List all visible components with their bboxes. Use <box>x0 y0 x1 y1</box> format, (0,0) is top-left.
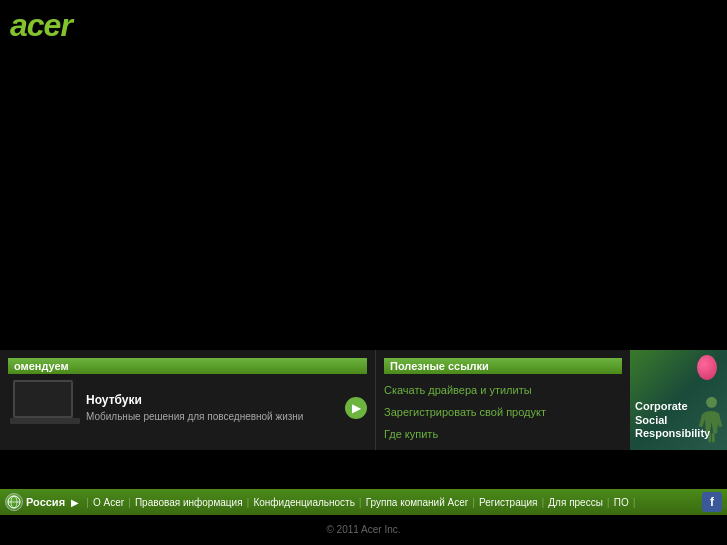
footer-link-register[interactable]: Регистрация <box>479 497 537 508</box>
link-buy[interactable]: Где купить <box>384 428 438 440</box>
main-hero-area <box>0 50 727 350</box>
footer-link-privacy[interactable]: Конфиденциальность <box>253 497 354 508</box>
footer-chevron-icon: ▶ <box>71 497 79 508</box>
links-panel-header: Полезные ссылки <box>384 358 622 374</box>
list-item[interactable]: Скачать драйвера и утилиты <box>384 380 622 398</box>
acer-logo[interactable]: acer <box>10 7 72 44</box>
footer-link-about[interactable]: О Acer <box>93 497 124 508</box>
footer-nav: Россия ▶ | О Acer | Правовая информация … <box>0 489 727 515</box>
list-item[interactable]: Зарегистрировать свой продукт <box>384 402 622 420</box>
recommended-panel: омендуем Ноутбуки Мобильные решения для … <box>0 350 375 450</box>
csr-text: Corporate Social Responsibility <box>635 400 710 440</box>
recommended-panel-header: омендуем <box>8 358 367 374</box>
link-register[interactable]: Зарегистрировать свой продукт <box>384 406 546 418</box>
bottom-section: омендуем Ноутбуки Мобильные решения для … <box>0 350 727 450</box>
laptop-image <box>8 380 78 435</box>
csr-background: Corporate Social Responsibility <box>630 350 727 450</box>
product-desc: Мобильные решения для повседневной жизни <box>86 410 337 423</box>
recommended-text: Ноутбуки Мобильные решения для повседнев… <box>86 393 337 423</box>
footer-country[interactable]: Россия <box>26 496 65 508</box>
laptop-screen <box>13 380 73 418</box>
copyright-text: © 2011 Acer Inc. <box>326 524 400 535</box>
csr-panel[interactable]: Corporate Social Responsibility <box>630 350 727 450</box>
link-drivers[interactable]: Скачать драйвера и утилиты <box>384 384 532 396</box>
header: acer <box>0 0 727 50</box>
useful-links-panel: Полезные ссылки Скачать драйвера и утили… <box>375 350 630 450</box>
facebook-icon[interactable]: f <box>702 492 722 512</box>
product-title: Ноутбуки <box>86 393 337 407</box>
list-item[interactable]: Где купить <box>384 424 622 442</box>
copyright: © 2011 Acer Inc. <box>0 519 727 537</box>
recommended-arrow[interactable]: ▶ <box>345 397 367 419</box>
links-list: Скачать драйвера и утилиты Зарегистриров… <box>384 380 622 442</box>
footer-link-press[interactable]: Для прессы <box>548 497 603 508</box>
footer-link-legal[interactable]: Правовая информация <box>135 497 243 508</box>
footer-link-group[interactable]: Группа компаний Acer <box>366 497 468 508</box>
balloon-decoration <box>697 355 717 380</box>
recommended-content: Ноутбуки Мобильные решения для повседнев… <box>8 380 367 435</box>
globe-icon <box>5 493 23 511</box>
footer-link-software[interactable]: ПО <box>614 497 629 508</box>
